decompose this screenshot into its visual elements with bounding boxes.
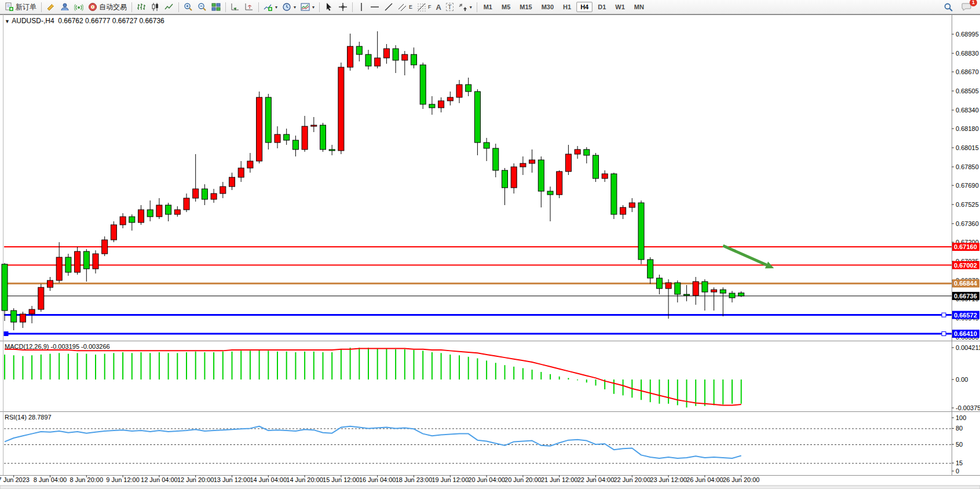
vertical-line-tool-button[interactable]	[355, 1, 368, 14]
trendline-tool-button[interactable]	[382, 1, 396, 14]
toolbar-separator	[352, 2, 353, 12]
timeframe-button-group: M1M5M15M30H1H4D1W1MN	[480, 2, 648, 12]
timeframe-button-h4[interactable]: H4	[576, 2, 593, 12]
candle-body	[147, 210, 153, 217]
arrows-tool-button[interactable]: ▾	[456, 1, 474, 14]
candle-body	[302, 126, 308, 149]
price-tick-label: 0.67690	[956, 182, 979, 189]
collapse-trade-panel-icon[interactable]: ▼	[5, 19, 10, 24]
hline-handle[interactable]	[942, 313, 946, 317]
macd-tick-label: 0.00	[956, 376, 968, 383]
candle-body	[529, 160, 535, 163]
tile-windows-button[interactable]	[209, 1, 223, 14]
panel-frames	[0, 14, 980, 489]
trendline-icon	[384, 2, 393, 12]
auto-trading-button[interactable]: 自动交易	[86, 1, 129, 14]
indicators-button[interactable]: ▾	[261, 1, 280, 14]
zoom-in-button[interactable]	[181, 1, 195, 14]
signals-button[interactable]	[72, 1, 86, 14]
styler-button[interactable]	[44, 1, 58, 14]
new-order-button[interactable]: 新订单	[2, 1, 39, 14]
zoom-out-button[interactable]	[195, 1, 209, 14]
candle-body	[65, 257, 71, 272]
candle-body	[220, 187, 226, 194]
toolbar-separator	[131, 2, 132, 12]
candle	[338, 63, 344, 154]
bottom-strip[interactable]	[0, 486, 980, 489]
candle-body	[265, 97, 271, 143]
notifications-button[interactable]: 1	[959, 1, 974, 14]
label-tool-button[interactable]: T	[444, 1, 456, 14]
candle-body	[193, 189, 199, 198]
timeframe-button-m30[interactable]: M30	[537, 2, 558, 12]
candle-body	[338, 67, 344, 151]
candle-body	[438, 101, 444, 108]
dropdown-arrow-icon: ▾	[275, 5, 277, 10]
bar-chart-icon	[137, 2, 146, 12]
candle	[257, 92, 262, 163]
text-tool-button[interactable]: A	[434, 1, 444, 14]
time-tick-label: 26 Jun 04:00	[686, 476, 723, 483]
time-tick-label: 8 Jun 20:00	[70, 476, 104, 483]
profile-button[interactable]	[58, 1, 72, 14]
candle-body	[575, 149, 580, 154]
timeframe-button-w1[interactable]: W1	[611, 2, 629, 12]
line-chart-mode-button[interactable]	[162, 1, 176, 14]
candle-body	[629, 203, 635, 207]
indicators-icon	[264, 2, 273, 12]
candle-body	[402, 54, 408, 60]
candle-body	[502, 170, 508, 188]
bar-chart-mode-button[interactable]	[134, 1, 148, 14]
timeframe-button-m1[interactable]: M1	[480, 2, 496, 12]
timeframe-button-h1[interactable]: H1	[559, 2, 575, 12]
candle-body	[156, 205, 162, 217]
template-icon	[301, 2, 310, 12]
candle-body	[247, 161, 253, 168]
rsi-indicator-label: RSI(14) 28.7897	[5, 414, 52, 421]
templates-button[interactable]: ▾	[298, 1, 317, 14]
hline-handle[interactable]	[942, 332, 946, 336]
auto-trading-label: 自动交易	[99, 2, 127, 12]
price-tag: 0.67002	[952, 261, 979, 269]
time-tick-label: 22 Jun 04:00	[577, 476, 615, 483]
fibonacci-icon	[417, 2, 426, 12]
timeframe-button-d1[interactable]: D1	[594, 2, 610, 12]
crosshair-tool-button[interactable]	[336, 1, 350, 14]
candle-body	[2, 264, 8, 311]
rsi-tick-label: 0	[956, 468, 959, 475]
cursor-tool-button[interactable]	[322, 1, 336, 14]
candle-body	[275, 134, 280, 143]
candle	[265, 94, 271, 149]
fibonacci-tool-button[interactable]: F	[415, 1, 434, 14]
toolbar-separator	[477, 2, 477, 12]
channel-tool-button[interactable]: E	[396, 1, 415, 14]
time-tick-label: 19 Jun 12:00	[432, 476, 469, 483]
candle-body	[456, 85, 462, 97]
periods-button[interactable]: ▾	[280, 1, 298, 14]
candle	[638, 200, 644, 264]
candlestick-mode-button[interactable]	[148, 1, 162, 14]
time-axis[interactable]: 7 Jun 20238 Jun 04:008 Jun 20:009 Jun 12…	[0, 475, 760, 483]
candle-body	[120, 217, 126, 225]
hline-handle[interactable]	[4, 332, 8, 336]
candle-body	[211, 194, 217, 199]
chart-canvas[interactable]: 0.689950.688300.686700.685050.683400.681…	[0, 0, 980, 489]
price-tag-label: 0.66844	[954, 280, 978, 287]
horizontal-line-icon	[370, 2, 379, 12]
horizontal-line-tool-button[interactable]	[368, 1, 382, 14]
timeframe-button-m5[interactable]: M5	[498, 2, 514, 12]
timeframe-button-m15[interactable]: M15	[515, 2, 536, 12]
auto-scroll-button[interactable]	[228, 1, 242, 14]
chart-shift-button[interactable]	[242, 1, 256, 14]
toolbar-separator	[41, 2, 42, 12]
candle-body	[693, 282, 699, 295]
time-tick-label: 14 Jun 04:00	[250, 476, 287, 483]
candle-body	[638, 203, 644, 260]
candle-body	[29, 309, 35, 314]
symbol-period-label: AUDUSD-,H4	[12, 17, 54, 25]
timeframe-button-mn[interactable]: MN	[630, 2, 648, 12]
chart-shift-icon	[244, 2, 254, 12]
toolbar-separator	[178, 2, 179, 12]
macd-indicator-label: MACD(12,26,9) -0.003195 -0.003266	[5, 343, 110, 350]
search-button[interactable]	[941, 1, 956, 14]
